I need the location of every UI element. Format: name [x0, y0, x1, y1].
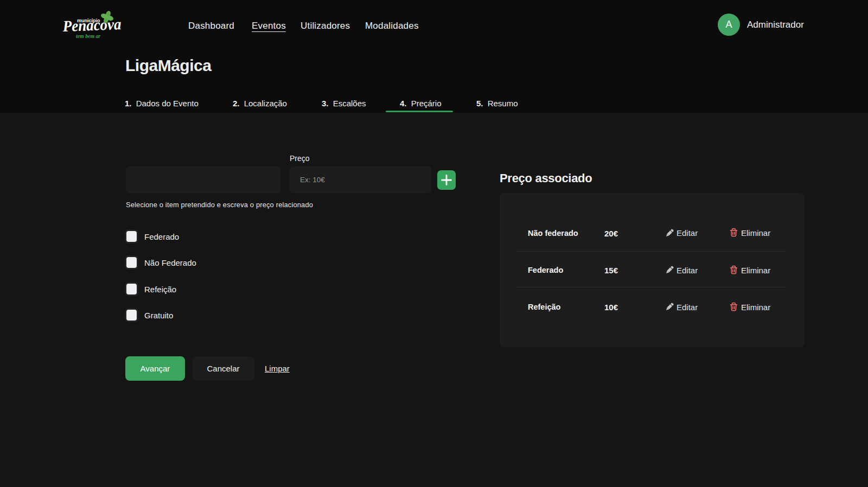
- svg-text:município: município: [77, 18, 100, 23]
- svg-text:tem bem ar: tem bem ar: [76, 33, 100, 39]
